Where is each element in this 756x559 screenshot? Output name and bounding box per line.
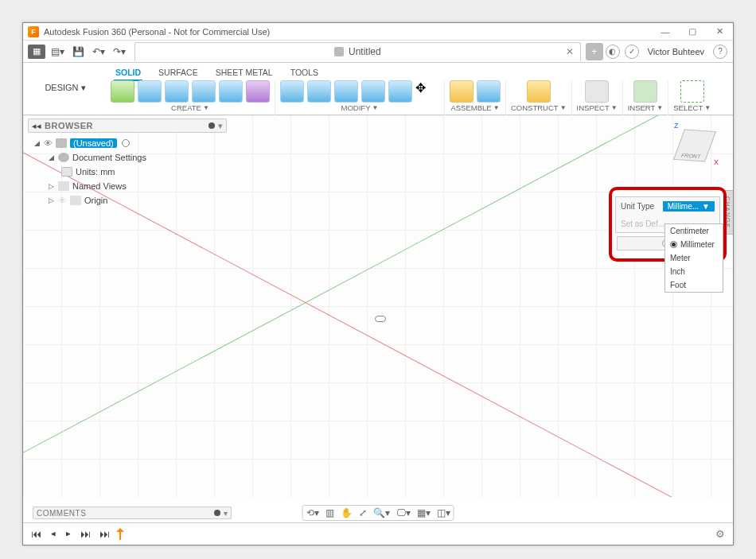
pan-icon[interactable]: ✋ bbox=[341, 507, 353, 518]
grid-settings-icon[interactable]: ▦▾ bbox=[417, 507, 431, 518]
tab-solid[interactable]: SOLID bbox=[114, 66, 142, 81]
user-name[interactable]: Victor Buhteev bbox=[641, 47, 711, 56]
ribbon: DESIGN ▾ SOLID SURFACE SHEET METAL TOOLS… bbox=[23, 63, 733, 115]
press-pull-icon[interactable] bbox=[280, 80, 304, 103]
comments-close-icon[interactable]: ▾ bbox=[224, 509, 228, 518]
group-insert: INSERT▼ bbox=[623, 80, 669, 115]
workspace-switcher[interactable]: DESIGN ▾ bbox=[31, 66, 99, 109]
group-construct-label[interactable]: CONSTRUCT▼ bbox=[511, 103, 567, 112]
measure-icon[interactable] bbox=[585, 80, 609, 103]
redo-icon[interactable]: ↷▾ bbox=[111, 43, 128, 60]
unit-type-dropdown[interactable]: Millime...▼ bbox=[663, 201, 715, 212]
tree-root[interactable]: ◢ 👁 (Unsaved) bbox=[29, 136, 225, 150]
maximize-button[interactable]: ▢ bbox=[679, 23, 706, 41]
hole-icon[interactable] bbox=[219, 80, 243, 103]
activate-radio-icon[interactable] bbox=[122, 139, 130, 147]
browser-close-icon[interactable]: ▾ bbox=[218, 121, 223, 131]
tree-origin[interactable]: ▷ 👁 Origin bbox=[29, 193, 225, 208]
plane-icon[interactable] bbox=[527, 80, 551, 103]
extensions-icon[interactable]: ◐ bbox=[606, 45, 620, 59]
split-icon[interactable] bbox=[388, 80, 412, 103]
group-select-label[interactable]: SELECT▼ bbox=[673, 103, 711, 112]
unit-type-options: Centimeter Millimeter Meter Inch Foot bbox=[664, 223, 723, 293]
expand-icon[interactable]: ◢ bbox=[47, 153, 55, 161]
option-inch[interactable]: Inch bbox=[665, 265, 723, 278]
group-create: CREATE▼ bbox=[106, 80, 275, 115]
document-tab[interactable]: Untitled ✕ bbox=[134, 42, 581, 61]
option-foot[interactable]: Foot bbox=[665, 278, 723, 292]
new-sketch-icon[interactable] bbox=[111, 80, 134, 103]
form-icon[interactable] bbox=[246, 80, 270, 103]
document-name: Untitled bbox=[349, 46, 381, 57]
close-button[interactable]: ✕ bbox=[706, 23, 733, 41]
combine-icon[interactable] bbox=[361, 80, 385, 103]
z-axis-label: Z bbox=[674, 122, 679, 130]
timeline-settings-icon[interactable]: ⚙ bbox=[715, 528, 725, 540]
expand-icon[interactable]: ▷ bbox=[47, 196, 55, 204]
app-logo-icon: F bbox=[28, 26, 39, 37]
group-insert-label[interactable]: INSERT▼ bbox=[628, 103, 664, 112]
joint-icon[interactable] bbox=[477, 80, 501, 103]
page-icon bbox=[61, 167, 72, 177]
orbit-icon[interactable]: ⟲▾ bbox=[306, 507, 319, 518]
browser-header[interactable]: ◂◂ BROWSER ▾ bbox=[28, 118, 227, 133]
fit-icon[interactable]: 🔍▾ bbox=[373, 507, 390, 518]
tab-tools[interactable]: TOOLS bbox=[289, 66, 320, 81]
comments-options-icon[interactable] bbox=[214, 510, 220, 516]
group-inspect: INSPECT▼ bbox=[572, 80, 623, 115]
view-cube-face[interactable]: FRONT bbox=[673, 129, 716, 161]
insert-icon[interactable] bbox=[633, 80, 657, 103]
tab-close-icon[interactable]: ✕ bbox=[566, 46, 574, 57]
viewports-icon[interactable]: ◫▾ bbox=[437, 507, 450, 518]
gear-icon bbox=[58, 153, 69, 162]
zoom-icon[interactable]: ⤢ bbox=[359, 507, 367, 518]
unit-type-selected: Millime... bbox=[668, 202, 699, 211]
look-at-icon[interactable]: ▥ bbox=[325, 507, 334, 518]
group-create-label[interactable]: CREATE▼ bbox=[171, 103, 209, 112]
tree-document-settings[interactable]: ◢ Document Settings bbox=[29, 150, 225, 165]
new-component-icon[interactable] bbox=[450, 80, 473, 103]
timeline: ⏮ ◀ ▶ ⏭ ⏭ ⚙ bbox=[23, 522, 733, 545]
group-modify-label[interactable]: MODIFY▼ bbox=[341, 103, 379, 112]
fillet-icon[interactable] bbox=[307, 80, 331, 103]
option-millimeter[interactable]: Millimeter bbox=[665, 238, 723, 251]
unit-type-label: Unit Type bbox=[621, 202, 658, 211]
timeline-controls[interactable]: ⏮ ◀ ▶ ⏭ ⏭ bbox=[31, 528, 113, 540]
tree-label: Origin bbox=[84, 196, 107, 205]
shell-icon[interactable] bbox=[334, 80, 358, 103]
tab-surface[interactable]: SURFACE bbox=[157, 66, 200, 81]
file-menu-icon[interactable]: ▤▾ bbox=[49, 43, 66, 60]
option-centimeter[interactable]: Centimeter bbox=[665, 224, 723, 238]
collapse-icon[interactable]: ◂◂ bbox=[32, 121, 41, 131]
comments-panel[interactable]: COMMENTS ▾ bbox=[33, 507, 232, 519]
new-tab-button[interactable]: + bbox=[586, 43, 603, 60]
undo-icon[interactable]: ↶▾ bbox=[90, 43, 107, 60]
expand-icon[interactable]: ◢ bbox=[33, 139, 41, 147]
revolve-icon[interactable] bbox=[192, 80, 216, 103]
tab-sheet-metal[interactable]: SHEET METAL bbox=[214, 66, 275, 81]
group-assemble-label[interactable]: ASSEMBLE▼ bbox=[450, 103, 499, 112]
select-icon[interactable] bbox=[680, 80, 704, 103]
data-panel-icon[interactable]: ▦ bbox=[28, 45, 45, 59]
job-status-icon[interactable]: ✓ bbox=[625, 45, 639, 59]
tree-units[interactable]: Units: mm bbox=[29, 165, 225, 179]
visibility-icon[interactable]: 👁 bbox=[58, 196, 67, 205]
browser-options-icon[interactable] bbox=[208, 122, 215, 129]
visibility-icon[interactable]: 👁 bbox=[44, 138, 53, 148]
help-icon[interactable]: ? bbox=[713, 45, 727, 59]
box-icon[interactable] bbox=[138, 80, 162, 103]
expand-icon[interactable]: ▷ bbox=[47, 182, 55, 190]
titlebar: F Autodesk Fusion 360 (Personal - Not fo… bbox=[23, 23, 733, 41]
timeline-marker[interactable] bbox=[119, 529, 121, 540]
tree-named-views[interactable]: ▷ Named Views bbox=[29, 179, 225, 193]
extrude-icon[interactable] bbox=[165, 80, 189, 103]
move-icon[interactable]: ✥ bbox=[415, 80, 439, 103]
option-meter[interactable]: Meter bbox=[665, 251, 723, 265]
display-settings-icon[interactable]: 🖵▾ bbox=[396, 507, 411, 518]
group-inspect-label[interactable]: INSPECT▼ bbox=[577, 103, 618, 112]
save-icon[interactable]: 💾 bbox=[69, 43, 87, 60]
view-cube[interactable]: Z FRONT X bbox=[671, 122, 719, 169]
component-icon bbox=[56, 138, 67, 148]
group-construct: CONSTRUCT▼ bbox=[506, 80, 572, 115]
minimize-button[interactable]: — bbox=[652, 23, 679, 41]
